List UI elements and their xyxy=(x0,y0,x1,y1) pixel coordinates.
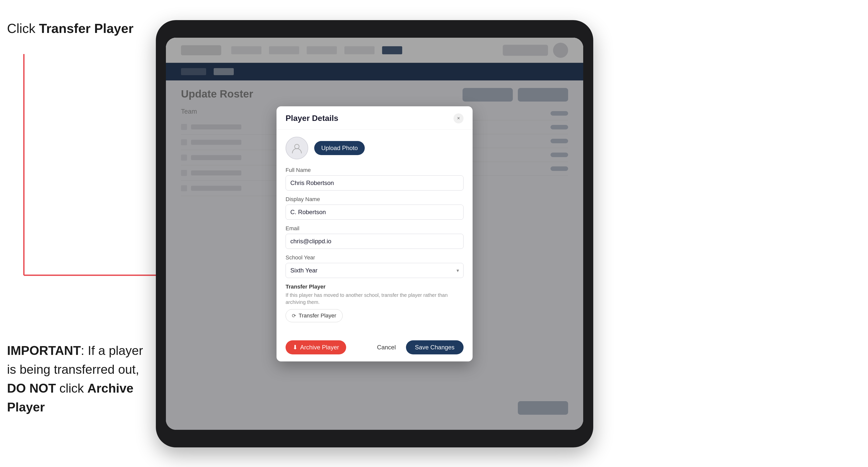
transfer-button-label: Transfer Player xyxy=(299,312,336,319)
modal-body: Upload Photo Full Name Display Name xyxy=(277,130,473,335)
modal-title: Player Details xyxy=(285,114,338,123)
transfer-player-button[interactable]: ⟳ Transfer Player xyxy=(285,309,343,322)
display-name-label: Display Name xyxy=(285,196,464,203)
full-name-label: Full Name xyxy=(285,167,464,174)
avatar-placeholder xyxy=(285,137,308,159)
transfer-section-description: If this player has moved to another scho… xyxy=(285,291,464,306)
svg-point-3 xyxy=(294,144,299,149)
full-name-group: Full Name xyxy=(285,167,464,190)
school-year-label: School Year xyxy=(285,254,464,261)
save-changes-button[interactable]: Save Changes xyxy=(406,340,464,354)
school-year-select[interactable]: Sixth Year Fifth Year Fourth Year Third … xyxy=(285,263,464,278)
refresh-icon: ⟳ xyxy=(292,313,296,319)
instruction-top: Click Transfer Player xyxy=(7,20,133,37)
player-details-modal: Player Details × xyxy=(277,106,473,362)
modal-header: Player Details × xyxy=(277,106,473,130)
important-label: IMPORTANT xyxy=(7,344,81,358)
archive-icon: ⬇ xyxy=(292,344,298,351)
transfer-section-title: Transfer Player xyxy=(285,283,464,290)
school-year-group: School Year Sixth Year Fifth Year Fourth… xyxy=(285,254,464,278)
app-background: Update Roster Team xyxy=(166,38,583,430)
archive-button-label: Archive Player xyxy=(300,344,339,351)
display-name-group: Display Name xyxy=(285,196,464,220)
email-group: Email xyxy=(285,225,464,249)
click-prefix: Click xyxy=(7,21,39,36)
person-icon xyxy=(291,143,302,154)
photo-section: Upload Photo xyxy=(285,137,464,159)
modal-close-button[interactable]: × xyxy=(454,113,464,123)
instruction-bottom: IMPORTANT: If a player is being transfer… xyxy=(7,341,153,417)
cancel-button[interactable]: Cancel xyxy=(372,340,401,354)
tablet-device: Update Roster Team xyxy=(156,20,593,447)
archive-player-button[interactable]: ⬇ Archive Player xyxy=(285,340,346,354)
click-text: click xyxy=(56,381,87,395)
school-year-select-wrapper: Sixth Year Fifth Year Fourth Year Third … xyxy=(285,263,464,278)
do-not-label: DO NOT xyxy=(7,381,56,395)
transfer-player-section: Transfer Player If this player has moved… xyxy=(285,283,464,322)
email-label: Email xyxy=(285,225,464,232)
transfer-player-emphasis: Transfer Player xyxy=(39,21,133,36)
full-name-input[interactable] xyxy=(285,176,464,190)
modal-overlay: Player Details × xyxy=(166,38,583,430)
tablet-screen: Update Roster Team xyxy=(166,38,583,430)
display-name-input[interactable] xyxy=(285,205,464,220)
upload-photo-button[interactable]: Upload Photo xyxy=(314,141,365,155)
modal-footer: ⬇ Archive Player Cancel Save Changes xyxy=(277,335,473,362)
email-input[interactable] xyxy=(285,234,464,249)
